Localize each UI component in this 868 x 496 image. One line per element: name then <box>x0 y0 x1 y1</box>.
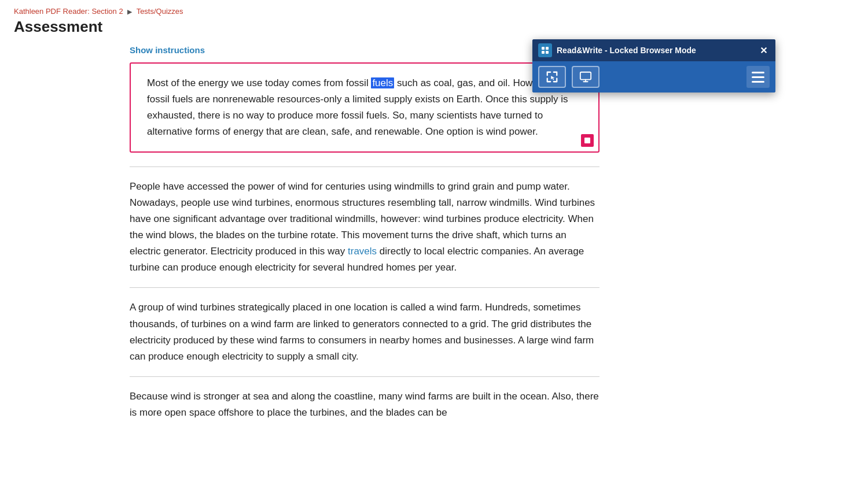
svg-rect-1 <box>546 47 549 50</box>
highlighted-word: fuels <box>371 77 394 88</box>
rw-toolbar-title: Read&Write - Locked Browser Mode <box>557 46 696 55</box>
stop-icon <box>584 138 590 143</box>
svg-rect-0 <box>542 47 545 50</box>
rw-menu-button[interactable] <box>746 66 770 88</box>
rw-toolbar-header: Read&Write - Locked Browser Mode ✕ <box>532 39 775 61</box>
breadcrumb-separator: ▶ <box>127 8 132 15</box>
article-paragraph-2: A group of wind turbines strategically p… <box>130 299 599 364</box>
breadcrumb: Kathleen PDF Reader: Section 2 ▶ Tests/Q… <box>0 0 868 18</box>
svg-rect-3 <box>546 51 549 54</box>
section-divider-3 <box>130 376 599 377</box>
rw-logo-icon <box>538 43 552 57</box>
rw-title-row: Read&Write - Locked Browser Mode <box>538 43 696 57</box>
rw-close-button[interactable]: ✕ <box>757 45 770 56</box>
passage-text-before: Most of the energy we use today comes fr… <box>147 77 371 88</box>
rw-icons-row <box>538 66 599 88</box>
passage-box: ✕ Most of the energy we use today comes … <box>130 62 599 153</box>
breadcrumb-part1: Kathleen PDF Reader: Section 2 <box>14 7 123 16</box>
rw-toolbar: Read&Write - Locked Browser Mode ✕ <box>532 39 775 92</box>
svg-rect-2 <box>542 51 545 54</box>
passage-text: Most of the energy we use today comes fr… <box>147 75 582 140</box>
hamburger-line-2 <box>752 76 764 78</box>
breadcrumb-part2: Tests/Quizzes <box>137 7 183 16</box>
article-paragraph-1: People have accessed the power of wind f… <box>130 179 599 276</box>
section-divider <box>130 166 599 167</box>
section-divider-2 <box>130 287 599 288</box>
hamburger-line-3 <box>752 81 764 83</box>
rw-monitor-button[interactable] <box>572 66 599 88</box>
passage-box-stop-button[interactable] <box>581 134 594 147</box>
article-paragraph-3: Because wind is stronger at sea and alon… <box>130 388 599 421</box>
svg-rect-4 <box>580 72 591 80</box>
hamburger-line-1 <box>752 72 764 73</box>
show-instructions-link[interactable]: Show instructions <box>130 45 205 55</box>
rw-toolbar-body <box>532 61 775 92</box>
main-content: Show instructions ✕ Most of the energy w… <box>0 45 729 421</box>
rw-screenshot-cursor-button[interactable] <box>538 66 566 88</box>
